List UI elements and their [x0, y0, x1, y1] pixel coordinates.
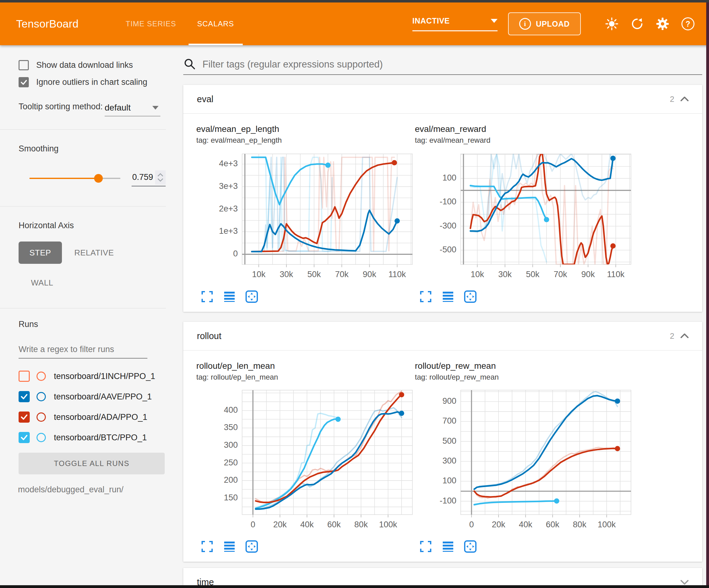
fit-domain-icon[interactable]: [244, 539, 259, 554]
svg-text:60k: 60k: [546, 520, 559, 529]
runs-list-icon[interactable]: [441, 539, 455, 554]
svg-text:2e+3: 2e+3: [219, 204, 238, 213]
section-rollout-header[interactable]: rollout 2: [183, 322, 702, 350]
slider-thumb[interactable]: [94, 174, 103, 183]
divider: [0, 129, 166, 130]
line-chart[interactable]: 900700500300100-100020k40k60k80k100k: [415, 386, 633, 536]
fullscreen-icon[interactable]: [419, 289, 433, 304]
fit-domain-icon[interactable]: [244, 289, 259, 304]
svg-text:100k: 100k: [379, 520, 397, 529]
checkbox-label: Show data download links: [36, 60, 133, 70]
run-color-ring: [36, 392, 46, 401]
tab-time-series[interactable]: TIME SERIES: [115, 2, 187, 45]
run-checkbox[interactable]: [19, 432, 30, 443]
section-count: 2: [670, 331, 674, 341]
svg-text:80k: 80k: [573, 520, 586, 529]
run-checkbox[interactable]: [19, 391, 30, 402]
svg-text:30k: 30k: [498, 270, 512, 279]
svg-text:0: 0: [469, 520, 474, 529]
tab-scalars[interactable]: SCALARS: [187, 2, 244, 45]
svg-text:0: 0: [233, 249, 238, 258]
svg-text:20k: 20k: [273, 520, 287, 529]
fullscreen-icon[interactable]: [200, 289, 214, 304]
runs-list-icon[interactable]: [222, 539, 237, 554]
checkbox-unchecked[interactable]: [19, 60, 29, 70]
toggle-all-runs-button[interactable]: TOGGLE ALL RUNS: [19, 453, 165, 475]
fullscreen-icon[interactable]: [419, 539, 433, 554]
run-checkbox[interactable]: [19, 370, 30, 382]
svg-text:300: 300: [442, 456, 456, 465]
fit-domain-icon[interactable]: [463, 539, 477, 554]
run-row[interactable]: tensorboard/AAVE/PPO_1: [19, 389, 166, 404]
checkbox-checked[interactable]: [19, 77, 29, 87]
info-icon: i: [519, 18, 531, 30]
fullscreen-icon[interactable]: [200, 539, 214, 554]
svg-text:400: 400: [224, 405, 238, 415]
status-underline: [412, 30, 498, 31]
axis-step-button[interactable]: STEP: [19, 241, 62, 264]
run-checkbox[interactable]: [19, 411, 30, 423]
run-row[interactable]: tensorboard/ADA/PPO_1: [19, 410, 166, 424]
ignore-outliers-row[interactable]: Ignore outliers in chart scaling: [19, 77, 166, 87]
section-title: eval: [197, 94, 213, 104]
status-dropdown[interactable]: INACTIVE: [412, 17, 498, 31]
svg-text:70k: 70k: [335, 270, 349, 279]
svg-text:100: 100: [442, 173, 456, 182]
status-value: INACTIVE: [412, 17, 450, 25]
svg-text:350: 350: [224, 423, 238, 432]
show-download-links-row[interactable]: Show data download links: [19, 60, 166, 70]
line-chart[interactable]: 150200250300350400020k40k60k80k100k: [196, 386, 415, 536]
svg-text:700: 700: [442, 416, 456, 426]
svg-text:0: 0: [251, 520, 255, 529]
run-row[interactable]: tensorboard/1INCH/PPO_1: [19, 369, 166, 383]
tooltip-sorting-value: default: [105, 103, 131, 113]
run-row[interactable]: tensorboard/BTC/PPO_1: [19, 430, 166, 445]
slider-fill: [29, 178, 99, 179]
tooltip-sorting-label: Tooltip sorting method:: [19, 101, 96, 112]
help-icon[interactable]: ?: [681, 17, 695, 31]
upload-button[interactable]: i UPLOAD: [508, 12, 581, 35]
window-top-edge: [0, 0, 709, 2]
svg-text:90k: 90k: [581, 270, 595, 279]
smoothing-slider[interactable]: [29, 178, 121, 179]
horizontal-axis-label: Horizontal Axis: [19, 221, 166, 230]
brightness-icon[interactable]: [605, 17, 619, 31]
filter-tags-input[interactable]: Filter tags (regular expressions support…: [183, 58, 702, 75]
section-rollout: rollout 2 rollout/ep_len_mean tag: rollo…: [183, 322, 702, 562]
runs-filter-input[interactable]: Write a regex to filter runs: [19, 344, 148, 359]
section-title: rollout: [197, 331, 221, 341]
section-eval-header[interactable]: eval 2: [183, 85, 702, 113]
axis-wall-button[interactable]: WALL: [31, 278, 53, 287]
tooltip-sorting-select[interactable]: default: [105, 103, 160, 117]
svg-text:-100: -100: [440, 197, 456, 206]
runs-base-path: models/debugged_eval_run/: [18, 485, 166, 494]
smoothing-input[interactable]: 0.759: [132, 170, 166, 186]
smoothing-value: 0.759: [132, 173, 155, 183]
svg-text:50k: 50k: [308, 270, 321, 279]
runs-list-icon[interactable]: [222, 289, 237, 304]
run-label: tensorboard/BTC/PPO_1: [54, 433, 147, 442]
chevron-up-icon[interactable]: [679, 331, 690, 340]
divider: [0, 206, 166, 207]
line-chart[interactable]: 01e+32e+33e+34e+310k30k50k70k90k110k: [196, 149, 415, 286]
fit-domain-icon[interactable]: [463, 289, 477, 304]
line-chart[interactable]: 100-100-300-50010k30k50k70k90k110k: [415, 149, 633, 286]
gear-icon[interactable]: [656, 17, 669, 31]
svg-text:250: 250: [224, 458, 238, 467]
run-label: tensorboard/1INCH/PPO_1: [54, 372, 155, 381]
number-spinner[interactable]: [155, 170, 166, 184]
runs-label: Runs: [19, 319, 166, 329]
runs-list-icon[interactable]: [441, 289, 455, 304]
run-label: tensorboard/AAVE/PPO_1: [54, 392, 152, 402]
chart-rollout-ep-len-mean: rollout/ep_len_mean tag: rollout/ep_len_…: [196, 361, 415, 554]
chart-tag: tag: eval/mean_ep_length: [196, 136, 415, 145]
chevron-up-icon[interactable]: [679, 95, 690, 104]
svg-text:40k: 40k: [519, 520, 532, 529]
axis-relative-button[interactable]: RELATIVE: [62, 248, 126, 258]
settings-sidebar: Show data download links Ignore outliers…: [0, 45, 166, 585]
svg-text:10k: 10k: [471, 270, 484, 279]
refresh-icon[interactable]: [630, 17, 644, 31]
chevron-down-icon: [491, 19, 498, 23]
chart-eval-mean-ep-length: eval/mean_ep_length tag: eval/mean_ep_le…: [196, 124, 415, 304]
chart-rollout-ep-rew-mean: rollout/ep_rew_mean tag: rollout/ep_rew_…: [415, 361, 633, 554]
